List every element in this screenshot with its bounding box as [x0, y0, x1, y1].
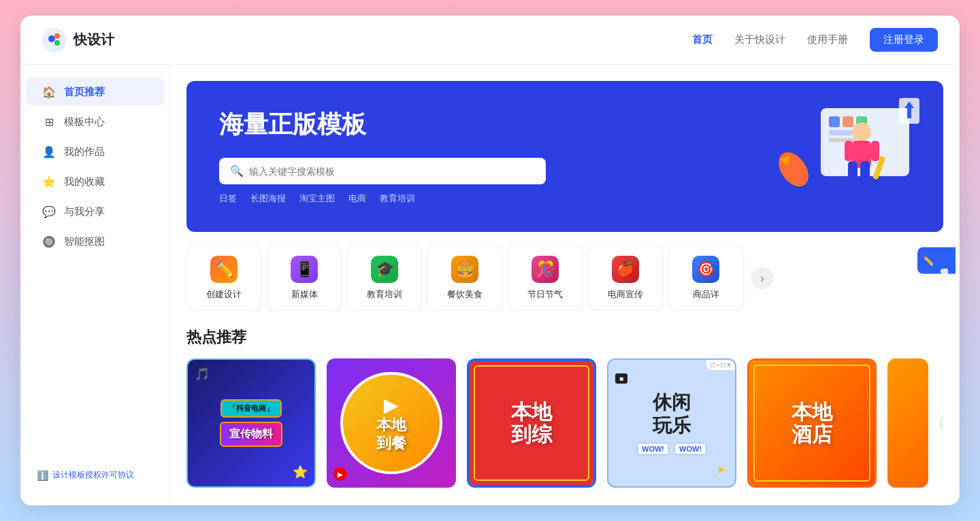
- sidebar-items: 🏠 首页推荐 ⊞ 模板中心 👤 我的作品 ⭐ 我的收藏 💬 与我分享: [20, 78, 169, 255]
- svg-rect-17: [848, 161, 858, 182]
- home-icon: 🏠: [42, 85, 56, 99]
- svg-rect-18: [860, 161, 870, 182]
- svg-rect-10: [829, 138, 856, 142]
- hot-cards-next-button[interactable]: ›: [939, 412, 943, 434]
- education-icon: 🎓: [371, 256, 398, 283]
- food-icon: 🍔: [451, 256, 478, 283]
- sidebar-label-shared: 与我分享: [64, 205, 105, 218]
- svg-rect-7: [843, 116, 853, 127]
- banner: 海量正版模板 🔍 日签 长图海报 淘宝主图 电商 教育培训: [186, 81, 943, 232]
- sidebar-label-favorites: 我的收藏: [64, 175, 105, 188]
- templates-icon: ⊞: [42, 115, 56, 129]
- tag-risign[interactable]: 日签: [219, 192, 237, 205]
- logo-icon: [42, 28, 67, 52]
- section-title-hot: 热点推荐: [186, 327, 943, 348]
- matting-icon: 🔘: [42, 235, 56, 248]
- hot-cards: 「抖音电商」 宣传物料 🎵 ⭐ ▶ 本地到餐 ▶: [186, 358, 943, 488]
- category-ecommerce[interactable]: 🍎 电商宣传: [588, 246, 663, 311]
- nav-about[interactable]: 关于快设计: [734, 33, 785, 46]
- newmedia-label: 新媒体: [291, 288, 318, 301]
- hot-card-3[interactable]: 本地到综: [467, 358, 596, 488]
- categories: ✏️ 创建设计 📱 新媒体 🎓 教育培训 🍔 餐饮美食 🎊 节日节气: [186, 246, 943, 311]
- hot-card-5[interactable]: 本地酒店: [747, 358, 877, 488]
- search-input[interactable]: [249, 166, 535, 177]
- svg-rect-16: [871, 141, 879, 161]
- sidebar-label-templates: 模板中心: [64, 116, 105, 129]
- sidebar-footer[interactable]: ℹ️ 设计模板授权许可协议: [20, 458, 169, 492]
- favorites-icon: ⭐: [42, 175, 56, 188]
- hot-card-2[interactable]: ▶ 本地到餐 ▶: [327, 358, 456, 488]
- content-area: 海量正版模板 🔍 日签 长图海报 淘宝主图 电商 教育培训: [170, 65, 960, 505]
- tag-ecommerce[interactable]: 电商: [348, 192, 366, 205]
- food-label: 餐饮美食: [447, 288, 483, 301]
- sidebar-label-matting: 智能抠图: [64, 235, 105, 248]
- sidebar-item-favorites[interactable]: ⭐ 我的收藏: [26, 168, 164, 195]
- tag-education[interactable]: 教育培训: [380, 192, 415, 205]
- sidebar-item-works[interactable]: 👤 我的作品: [26, 138, 164, 165]
- hot-card-4[interactable]: □ - □ × ■ 休闲玩乐 WOW! WOW! ▸: [607, 358, 736, 488]
- category-festival[interactable]: 🎊 节日节气: [508, 246, 583, 311]
- category-newmedia[interactable]: 📱 新媒体: [267, 246, 342, 311]
- works-icon: 👤: [42, 145, 56, 158]
- product-label: 商品详: [693, 288, 719, 301]
- sidebar: 🏠 首页推荐 ⊞ 模板中心 👤 我的作品 ⭐ 我的收藏 💬 与我分享: [20, 65, 170, 505]
- category-product[interactable]: 🎯 商品详: [668, 246, 743, 311]
- category-education[interactable]: 🎓 教育培训: [347, 246, 422, 311]
- banner-svg: [712, 81, 943, 231]
- search-icon: 🔍: [230, 165, 244, 178]
- svg-point-11: [772, 147, 815, 192]
- hot-card-1[interactable]: 「抖音电商」 宣传物料 🎵 ⭐: [186, 358, 316, 488]
- newmedia-icon: 📱: [291, 256, 318, 283]
- info-icon: ℹ️: [37, 470, 48, 481]
- nav-manual[interactable]: 使用手册: [807, 33, 848, 46]
- banner-illustration: [712, 81, 943, 232]
- svg-rect-6: [829, 116, 840, 127]
- svg-point-2: [54, 33, 60, 39]
- create-label: 创建设计: [206, 288, 242, 301]
- header-nav: 首页 关于快设计 使用手册 注册登录: [692, 28, 938, 52]
- search-bar[interactable]: 🔍: [219, 158, 546, 184]
- logo-text: 快设计: [74, 31, 114, 49]
- feedback-tab[interactable]: ✏️ 用户反馈: [917, 248, 956, 274]
- svg-point-1: [48, 35, 55, 42]
- sidebar-item-matting[interactable]: 🔘 智能抠图: [26, 228, 164, 255]
- feedback-icon: ✏️: [923, 256, 934, 266]
- tag-longposter[interactable]: 长图海报: [250, 192, 286, 205]
- sidebar-item-home[interactable]: 🏠 首页推荐: [26, 78, 164, 105]
- main-layout: 🏠 首页推荐 ⊞ 模板中心 👤 我的作品 ⭐ 我的收藏 💬 与我分享: [20, 65, 960, 505]
- tag-taobao[interactable]: 淘宝主图: [299, 192, 335, 205]
- sidebar-item-shared[interactable]: 💬 与我分享: [26, 198, 164, 225]
- header: 快设计 首页 关于快设计 使用手册 注册登录: [20, 16, 960, 65]
- festival-icon: 🎊: [532, 256, 559, 283]
- svg-point-3: [54, 40, 60, 46]
- hot-card-6-partial: [887, 358, 928, 488]
- product-icon: 🎯: [692, 256, 719, 283]
- license-link[interactable]: 设计模板授权许可协议: [52, 469, 134, 481]
- app-window: 快设计 首页 关于快设计 使用手册 注册登录 🏠 首页推荐 ⊞ 模板中心 �: [20, 16, 960, 505]
- nav-home[interactable]: 首页: [692, 33, 713, 46]
- sidebar-label-works: 我的作品: [64, 146, 105, 158]
- logo-area: 快设计: [42, 28, 114, 52]
- ecommerce-icon: 🍎: [612, 256, 639, 283]
- category-create[interactable]: ✏️ 创建设计: [186, 246, 261, 311]
- category-food[interactable]: 🍔 餐饮美食: [427, 246, 502, 311]
- create-icon: ✏️: [210, 256, 238, 283]
- shared-icon: 💬: [42, 205, 56, 218]
- festival-label: 节日节气: [527, 288, 563, 301]
- ecommerce-label: 电商宣传: [608, 288, 643, 301]
- register-button[interactable]: 注册登录: [870, 28, 938, 52]
- sidebar-item-templates[interactable]: ⊞ 模板中心: [26, 108, 164, 135]
- education-label: 教育培训: [367, 288, 402, 301]
- svg-rect-15: [845, 141, 853, 161]
- svg-point-13: [852, 122, 871, 141]
- sidebar-label-home: 首页推荐: [64, 86, 105, 99]
- category-next-button[interactable]: ›: [751, 267, 773, 289]
